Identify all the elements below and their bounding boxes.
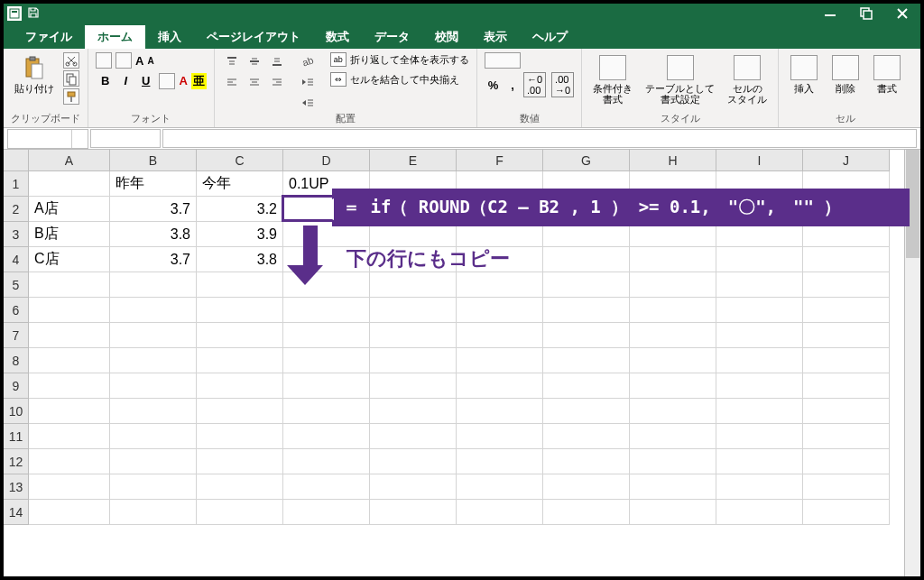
cell-C6[interactable] [197, 298, 283, 323]
formula-bar[interactable] [162, 129, 917, 148]
cell-J8[interactable] [803, 348, 890, 373]
cell-C7[interactable] [197, 323, 283, 348]
decrease-decimal[interactable]: .00→0 [551, 72, 574, 97]
col-header[interactable]: B [110, 150, 197, 171]
cell-E7[interactable] [370, 323, 457, 348]
cell-C10[interactable] [197, 399, 283, 424]
cell-B3[interactable]: 3.8 [110, 222, 197, 247]
row-header[interactable]: 8 [4, 348, 29, 373]
paste-button[interactable]: 貼り付け [11, 52, 58, 96]
cell-H6[interactable] [630, 298, 716, 323]
cell-F9[interactable] [457, 373, 543, 399]
col-header[interactable]: D [283, 150, 370, 171]
cell-J5[interactable] [803, 272, 890, 298]
cell-A7[interactable] [29, 323, 110, 348]
cell-J12[interactable] [803, 449, 890, 474]
merge-center-button[interactable]: ⇔セルを結合して中央揃え [330, 72, 469, 87]
cell-D10[interactable] [283, 399, 370, 424]
cell-A11[interactable] [29, 424, 110, 449]
minimize-button[interactable] [812, 4, 848, 23]
select-all-corner[interactable] [4, 150, 29, 171]
cell-F13[interactable] [457, 474, 543, 500]
cell-D9[interactable] [283, 373, 370, 399]
cell-E8[interactable] [370, 348, 457, 373]
cell-E11[interactable] [370, 424, 457, 449]
cell-C5[interactable] [197, 272, 283, 298]
border-dropdown[interactable] [159, 73, 175, 89]
cell-H9[interactable] [630, 373, 716, 399]
cell-styles-button[interactable]: セルの スタイル [724, 52, 771, 106]
cell-C13[interactable] [197, 474, 283, 500]
cell-H5[interactable] [630, 272, 716, 298]
cell-A6[interactable] [29, 298, 110, 323]
row-header[interactable]: 5 [4, 272, 29, 298]
cell-G13[interactable] [543, 474, 630, 500]
tab-file[interactable]: ファイル [13, 25, 85, 49]
cell-J13[interactable] [803, 474, 890, 500]
cell-H11[interactable] [630, 424, 716, 449]
cell-C2[interactable]: 3.2 [197, 197, 283, 222]
row-header[interactable]: 7 [4, 323, 29, 348]
cell-F11[interactable] [457, 424, 543, 449]
row-header[interactable]: 1 [4, 171, 29, 197]
cell-B12[interactable] [110, 449, 197, 474]
cell-E14[interactable] [370, 500, 457, 525]
cell-B9[interactable] [110, 373, 197, 399]
cell-I12[interactable] [716, 449, 803, 474]
cell-G11[interactable] [543, 424, 630, 449]
row-header[interactable]: 3 [4, 222, 29, 247]
cell-G5[interactable] [543, 272, 630, 298]
font-family-dropdown[interactable] [96, 52, 112, 69]
cell-G6[interactable] [543, 298, 630, 323]
cell-G9[interactable] [543, 373, 630, 399]
col-header[interactable]: I [716, 150, 803, 171]
cell-B2[interactable]: 3.7 [110, 197, 197, 222]
cell-C9[interactable] [197, 373, 283, 399]
percent-button[interactable]: % [485, 78, 503, 92]
cell-A5[interactable] [29, 272, 110, 298]
row-header[interactable]: 6 [4, 298, 29, 323]
align-top[interactable] [222, 52, 242, 70]
align-left[interactable] [222, 73, 242, 91]
cell-B7[interactable] [110, 323, 197, 348]
cell-J11[interactable] [803, 424, 890, 449]
cell-F10[interactable] [457, 399, 543, 424]
cell-I11[interactable] [716, 424, 803, 449]
tab-view[interactable]: 表示 [471, 25, 520, 49]
col-header[interactable]: E [370, 150, 457, 171]
cell-I9[interactable] [716, 373, 803, 399]
tab-home[interactable]: ホーム [85, 25, 145, 49]
tab-data[interactable]: データ [362, 25, 422, 49]
col-header[interactable]: C [197, 150, 283, 171]
cell-F8[interactable] [457, 348, 543, 373]
format-as-table-button[interactable]: テーブルとして 書式設定 [642, 52, 718, 106]
cell-B4[interactable]: 3.7 [110, 247, 197, 272]
cell-C11[interactable] [197, 424, 283, 449]
align-right[interactable] [267, 73, 287, 91]
cell-A2[interactable]: A店 [29, 197, 110, 222]
cell-E5[interactable] [370, 272, 457, 298]
cell-A4[interactable]: C店 [29, 247, 110, 272]
cell-B8[interactable] [110, 348, 197, 373]
cell-D12[interactable] [283, 449, 370, 474]
cell-D7[interactable] [283, 323, 370, 348]
row-header[interactable]: 13 [4, 474, 29, 500]
cell-B6[interactable] [110, 298, 197, 323]
cell-A1[interactable] [29, 171, 110, 197]
cell-C4[interactable]: 3.8 [197, 247, 283, 272]
tab-help[interactable]: ヘルプ [520, 25, 580, 49]
align-center[interactable] [245, 73, 264, 91]
cell-A3[interactable]: B店 [29, 222, 110, 247]
col-header[interactable]: F [457, 150, 543, 171]
format-painter-icon[interactable] [63, 88, 79, 105]
save-icon[interactable] [27, 6, 42, 21]
cell-A8[interactable] [29, 348, 110, 373]
cell-J6[interactable] [803, 298, 890, 323]
row-header[interactable]: 14 [4, 500, 29, 525]
cell-J14[interactable] [803, 500, 890, 525]
cell-I5[interactable] [716, 272, 803, 298]
cell-D8[interactable] [283, 348, 370, 373]
col-header[interactable]: J [803, 150, 890, 171]
col-header[interactable]: G [543, 150, 630, 171]
cell-I7[interactable] [716, 323, 803, 348]
